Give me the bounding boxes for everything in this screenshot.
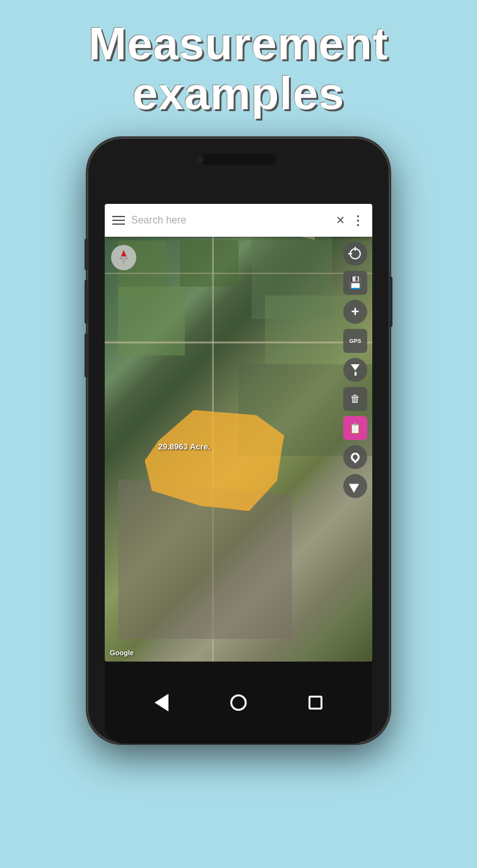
search-bar[interactable]: Search here ✕ ⋮	[105, 204, 372, 237]
location-pin-icon	[349, 451, 362, 463]
gps-button[interactable]: GPS	[343, 329, 367, 353]
nav-home-button[interactable]	[230, 694, 247, 711]
nav-recents-icon	[309, 696, 322, 710]
phone-bottom-nav	[105, 662, 372, 744]
power-button	[389, 276, 392, 327]
nav-back-icon	[155, 694, 168, 711]
area-measurement-label: 29.8963 Acre.	[158, 442, 211, 451]
phone-notch	[201, 153, 276, 165]
plus-icon: +	[351, 304, 360, 320]
google-watermark: Google	[110, 649, 134, 657]
search-clear-button[interactable]: ✕	[336, 213, 345, 227]
phone-mockup: 29.8963 Acre. Google Search here ✕ ⋮	[87, 138, 390, 744]
crosshair-icon	[350, 248, 361, 259]
zoom-in-button[interactable]: +	[343, 300, 367, 324]
send-arrow-icon	[349, 480, 362, 493]
mute-button	[85, 239, 88, 270]
page-title: Measurement examples	[88, 19, 388, 119]
volume-down-button	[85, 333, 88, 378]
search-input[interactable]: Search here	[131, 215, 329, 226]
floppy-disk-icon: 💾	[348, 276, 362, 290]
funnel-icon	[351, 364, 360, 376]
map-area[interactable]: 29.8963 Acre. Google	[105, 204, 372, 662]
pin-circle	[349, 451, 362, 463]
search-more-button[interactable]: ⋮	[351, 213, 365, 228]
title-section: Measurement examples	[50, 0, 426, 131]
trash-icon: 🗑	[350, 393, 360, 405]
sidebar-buttons: 💾 + GPS 🗑 📋	[343, 242, 367, 498]
volume-up-button	[85, 280, 88, 324]
save-button[interactable]: 💾	[343, 271, 367, 295]
phone-camera	[197, 157, 204, 163]
navigate-button[interactable]	[343, 474, 367, 498]
hamburger-menu-icon[interactable]	[112, 216, 125, 225]
funnel-shape-stem	[355, 372, 356, 376]
funnel-shape-top	[351, 364, 360, 372]
nav-recents-button[interactable]	[309, 696, 322, 710]
nav-back-button[interactable]	[155, 694, 168, 711]
location-pin-button[interactable]	[343, 445, 367, 469]
compass-south-icon	[120, 256, 127, 265]
document-icon: 📋	[349, 422, 362, 434]
phone-screen: 29.8963 Acre. Google Search here ✕ ⋮	[105, 204, 372, 662]
nav-home-icon	[230, 694, 247, 711]
delete-button[interactable]: 🗑	[343, 387, 367, 411]
note-button[interactable]: 📋	[343, 416, 367, 440]
gps-label-text: GPS	[349, 338, 361, 344]
location-target-button[interactable]	[343, 242, 367, 266]
filter-button[interactable]	[343, 358, 367, 382]
